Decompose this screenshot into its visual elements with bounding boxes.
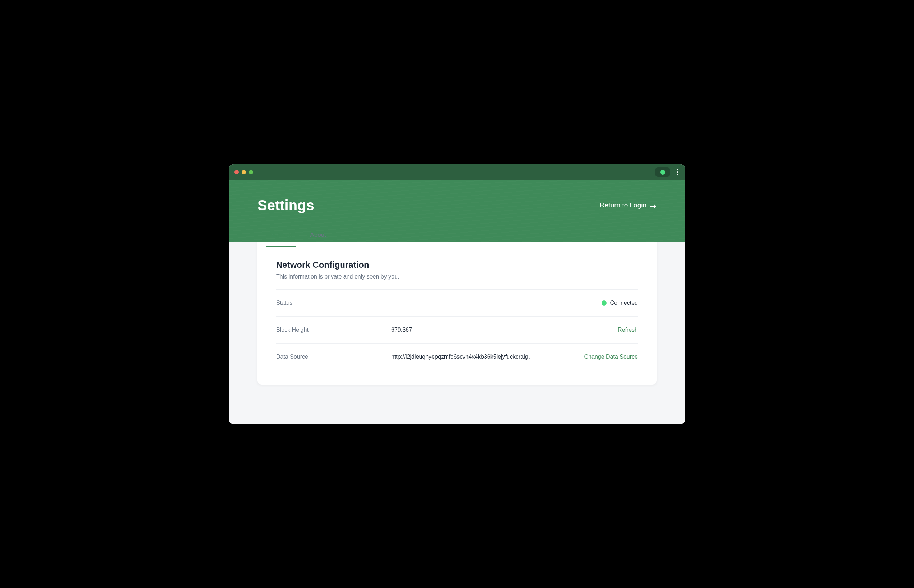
section-title: Network Configuration: [276, 260, 638, 270]
app-window: Settings Return to Login Network About N…: [229, 164, 685, 424]
tab-about[interactable]: About: [309, 224, 327, 247]
window-controls: [235, 170, 253, 174]
status-label: Status: [276, 300, 391, 306]
close-window-button[interactable]: [235, 170, 239, 174]
status-dot-icon: [660, 170, 665, 174]
row-status: Status Connected: [276, 289, 638, 316]
data-source-label: Data Source: [276, 354, 391, 360]
body-area: Network About Network Configuration This…: [229, 221, 685, 424]
titlebar: [229, 164, 685, 180]
header: Settings Return to Login: [229, 180, 685, 242]
return-label: Return to Login: [600, 201, 647, 209]
settings-card: Network About Network Configuration This…: [257, 221, 657, 384]
status-value: Connected: [610, 300, 638, 306]
maximize-window-button[interactable]: [249, 170, 253, 174]
titlebar-right: [655, 168, 679, 177]
tab-network[interactable]: Network: [268, 224, 293, 247]
return-to-login-link[interactable]: Return to Login: [600, 201, 657, 209]
network-section: Network Configuration This information i…: [268, 247, 646, 370]
page-title: Settings: [257, 197, 314, 213]
kebab-menu-button[interactable]: [675, 168, 679, 177]
change-data-source-button[interactable]: Change Data Source: [584, 354, 638, 360]
refresh-button[interactable]: Refresh: [618, 327, 638, 333]
arrow-right-icon: [650, 203, 657, 208]
status-dot-icon: [602, 300, 607, 305]
connection-status-pill[interactable]: [655, 168, 670, 177]
block-height-value: 679,367: [391, 327, 618, 333]
data-source-value: http://l2jdleuqnyepqzmfo6scvh4x4kb36k5le…: [391, 354, 584, 360]
section-subtitle: This information is private and only see…: [276, 273, 638, 280]
row-data-source: Data Source http://l2jdleuqnyepqzmfo6scv…: [276, 343, 638, 370]
row-block-height: Block Height 679,367 Refresh: [276, 316, 638, 343]
block-height-label: Block Height: [276, 327, 391, 333]
minimize-window-button[interactable]: [242, 170, 246, 174]
status-value-group: Connected: [602, 300, 638, 306]
